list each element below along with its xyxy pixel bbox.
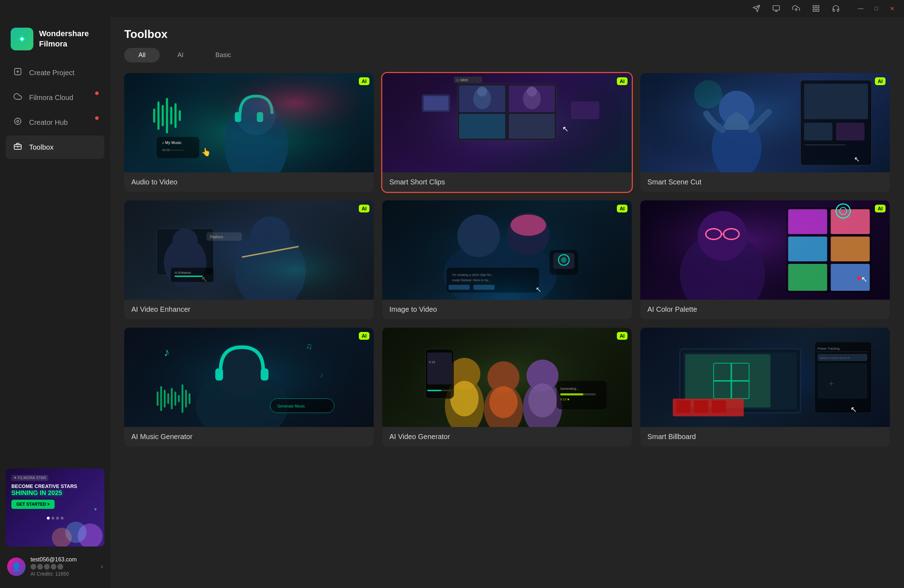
send-icon[interactable] — [751, 3, 762, 14]
creator-hub-icon — [13, 117, 23, 128]
nav-items: Create Project Filmora Cloud — [0, 61, 110, 463]
svg-text:Generate Music: Generate Music — [278, 404, 305, 408]
main-layout: Wondershare Filmora Create Project — [0, 17, 904, 588]
ai-badge-ai-video-enhancer: AI — [359, 205, 370, 213]
svg-point-147 — [528, 383, 557, 418]
app-logo-icon — [11, 28, 33, 50]
svg-point-52 — [477, 87, 487, 96]
svg-rect-131 — [175, 391, 176, 406]
svg-rect-49 — [459, 114, 506, 139]
svg-rect-108 — [788, 209, 827, 234]
tool-grid: ♪ My Music 00:00 ———— 👆 AI — [124, 73, 890, 446]
tool-card-ai-video-enhancer[interactable]: Platform ↖ AI Enhance — [124, 200, 374, 319]
svg-rect-132 — [178, 395, 180, 402]
main-content: Toolbox All AI Basic — [110, 17, 904, 588]
user-area[interactable]: 👤 test056@163.com AI Credits: 11650 › — [0, 552, 110, 581]
creator-hub-notification-dot — [95, 116, 99, 120]
tool-card-label-smart-short-clips: Smart Short Clips — [382, 172, 632, 192]
ai-badge-ai-color-palette: AI — [875, 205, 885, 213]
user-credits: AI Credits: 11650 — [30, 571, 96, 577]
ai-badge-audio-to-video: AI — [359, 77, 370, 85]
svg-rect-167 — [694, 400, 708, 413]
headset-icon[interactable] — [830, 3, 842, 14]
sidebar-item-create-project[interactable]: Create Project — [6, 61, 104, 84]
svg-rect-127 — [160, 386, 162, 411]
logo-area: Wondershare Filmora — [0, 24, 110, 61]
tool-card-audio-to-video[interactable]: ♪ My Music 00:00 ———— 👆 AI — [124, 73, 374, 192]
tool-card-image-to-video[interactable]: I'm creating a short clips for... music … — [382, 200, 632, 319]
upload-icon[interactable] — [790, 3, 802, 14]
tool-card-label-tool-9: Smart Billboard — [640, 427, 890, 446]
tool-card-tool-7[interactable]: ♪ ♫ ♪ — [124, 328, 374, 446]
svg-rect-7 — [817, 6, 819, 8]
page-title: Toolbox — [124, 28, 890, 41]
filter-tab-all[interactable]: All — [124, 48, 160, 62]
svg-text:+: + — [829, 379, 834, 388]
promo-cta-button[interactable]: GET STARTED > — [11, 500, 55, 509]
tool-card-tool-9[interactable]: Power Tracking Select a Green Scene ▾ + … — [640, 328, 890, 446]
title-bar: — □ ✕ — [0, 0, 904, 17]
window-controls: — □ ✕ — [856, 3, 897, 14]
tool-card-label-audio-to-video: Audio to Video — [124, 172, 374, 192]
svg-rect-84 — [136, 200, 363, 300]
svg-rect-135 — [189, 393, 191, 404]
promo-title: BECOME CREATIVE STARS — [11, 483, 99, 489]
tool-card-smart-scene-cut[interactable]: ────────────────── ↖ AI Smart Scene Cut — [640, 73, 890, 192]
tool-card-ai-color-palette[interactable]: ↖ AI AI Color Palette — [640, 200, 890, 319]
user-email: test056@163.com — [30, 556, 96, 563]
promo-banner[interactable]: ✦ FILMORA STAR BECOME CREATIVE STARS SHI… — [6, 468, 104, 547]
ai-badge-smart-scene-cut: AI — [875, 77, 885, 85]
svg-rect-128 — [164, 390, 166, 407]
svg-rect-8 — [817, 9, 819, 11]
ai-badge-tool-7: AI — [359, 332, 370, 340]
tool-card-image-ai-video-enhancer: Platform ↖ AI Enhance — [124, 200, 374, 300]
svg-rect-44 — [136, 73, 363, 172]
creator-hub-label: Creator Hub — [29, 118, 68, 127]
svg-rect-129 — [168, 393, 169, 404]
svg-point-17 — [14, 118, 21, 125]
tool-card-image-audio-to-video: ♪ My Music 00:00 ———— 👆 AI — [124, 73, 374, 172]
svg-text:0:15: 0:15 — [429, 360, 436, 364]
svg-text:Power Tracking: Power Tracking — [818, 347, 840, 350]
filter-tab-basic[interactable]: Basic — [201, 48, 245, 62]
svg-point-70 — [694, 80, 723, 109]
svg-text:Generating...: Generating... — [560, 387, 579, 391]
app-title: Wondershare Filmora — [39, 29, 89, 49]
sidebar-item-creator-hub[interactable]: Creator Hub — [6, 110, 104, 134]
svg-rect-65 — [804, 84, 868, 119]
svg-text:9:15 ■: 9:15 ■ — [560, 397, 569, 401]
tool-card-tool-8[interactable]: 0:15 Generating... 9:15 ■ AI — [382, 328, 632, 446]
star-4 — [51, 564, 57, 569]
maximize-button[interactable]: □ — [871, 3, 881, 14]
tool-card-image-smart-short-clips: ▷ label ↖ AI — [382, 73, 632, 172]
sidebar-item-toolbox[interactable]: Toolbox — [6, 136, 104, 159]
tool-card-image-tool-8: 0:15 Generating... 9:15 ■ AI — [382, 328, 632, 427]
user-avatar: 👤 — [7, 558, 25, 576]
toolbox-label: Toolbox — [29, 143, 54, 151]
sidebar-item-filmora-cloud[interactable]: Filmora Cloud — [6, 86, 104, 109]
grid-icon[interactable] — [810, 3, 822, 14]
toolbox-icon — [13, 142, 23, 153]
svg-point-16 — [17, 120, 19, 122]
svg-text:♫: ♫ — [306, 341, 312, 351]
tool-card-label-ai-color-palette: AI Color Palette — [640, 300, 890, 319]
tool-card-image-ai-color-palette: ↖ AI — [640, 200, 890, 300]
minimize-button[interactable]: — — [856, 3, 866, 14]
monitor-icon[interactable] — [771, 3, 782, 14]
svg-rect-9 — [813, 9, 815, 11]
svg-point-103 — [698, 211, 748, 261]
promo-content: ✦ FILMORA STAR BECOME CREATIVE STARS SHI… — [6, 468, 104, 515]
svg-text:♪: ♪ — [164, 346, 170, 359]
close-button[interactable]: ✕ — [887, 3, 897, 14]
tool-card-image-smart-scene-cut: ────────────────── ↖ AI — [640, 73, 890, 172]
svg-rect-112 — [788, 264, 827, 291]
tool-card-smart-short-clips[interactable]: ▷ label ↖ AI Smart Short Clips — [382, 73, 632, 192]
svg-text:▷ label: ▷ label — [457, 78, 468, 82]
promo-logo: ✦ FILMORA STAR — [11, 475, 48, 481]
filter-tab-ai[interactable]: AI — [163, 48, 198, 62]
svg-rect-111 — [831, 236, 870, 262]
svg-rect-67 — [836, 123, 864, 140]
create-project-label: Create Project — [29, 69, 74, 77]
sidebar: Wondershare Filmora Create Project — [0, 17, 110, 588]
svg-rect-149 — [427, 353, 452, 385]
